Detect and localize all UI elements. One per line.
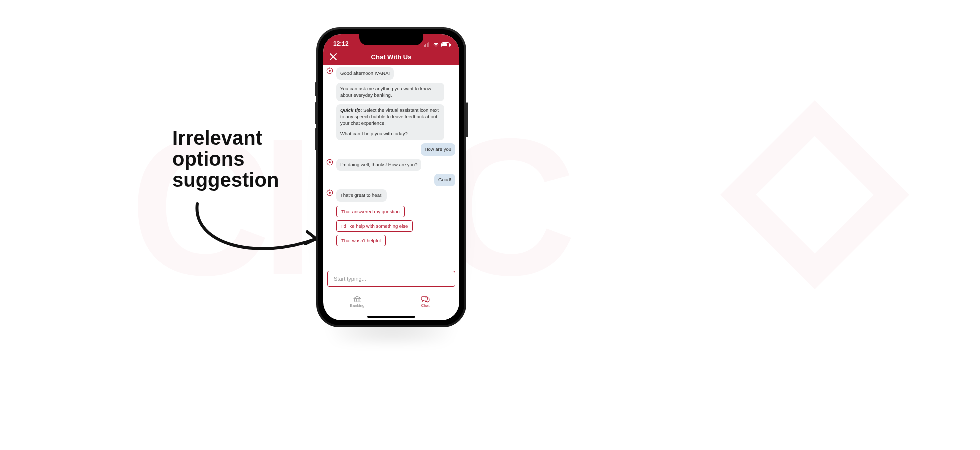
annotation-line1: Irrelevant xyxy=(172,128,279,148)
assistant-icon xyxy=(326,159,334,166)
tab-banking[interactable]: Banking xyxy=(324,290,392,314)
suggestion-chips: That answered my question I'd like help … xyxy=(336,206,456,246)
bottom-tabbar: Banking Chat xyxy=(324,290,460,314)
bot-message-row: Good afternoon IVANA! xyxy=(326,68,456,80)
quick-tip-label: Quick tip xyxy=(340,108,361,113)
home-indicator[interactable] xyxy=(324,314,460,320)
chat-icon xyxy=(421,296,430,303)
svg-rect-15 xyxy=(330,190,330,192)
phone-notch xyxy=(360,34,424,46)
annotation-label: Irrelevant options suggestion xyxy=(172,128,279,190)
bot-message-row: That's great to hear! xyxy=(326,190,456,202)
svg-rect-6 xyxy=(442,44,447,46)
svg-point-8 xyxy=(329,70,331,72)
suggestion-chip[interactable]: I'd like help with something else xyxy=(336,220,413,232)
bank-icon xyxy=(353,296,362,303)
close-button[interactable] xyxy=(330,53,338,61)
tab-label: Chat xyxy=(422,304,430,308)
annotation-line2: options xyxy=(172,148,279,170)
tab-label: Banking xyxy=(350,304,365,308)
phone-mockup: 12:12 Chat With Us xyxy=(316,28,466,328)
svg-point-14 xyxy=(329,192,331,194)
bot-bubble: You can ask me anything you want to know… xyxy=(336,83,444,102)
svg-rect-12 xyxy=(330,159,330,160)
chat-input-box[interactable] xyxy=(328,271,456,287)
tab-chat[interactable]: Chat xyxy=(392,290,460,314)
bot-avatar[interactable] xyxy=(326,190,334,196)
user-bubble: Good! xyxy=(434,174,456,186)
chat-input-area xyxy=(324,268,460,290)
bot-avatar[interactable] xyxy=(326,68,334,74)
cellular-icon xyxy=(424,42,431,48)
user-message-row: How are you xyxy=(326,144,456,156)
user-bubble: How are you xyxy=(421,144,456,156)
svg-rect-0 xyxy=(424,46,425,48)
app-header: Chat With Us xyxy=(324,48,460,66)
bot-message-row: I'm doing well, thanks! How are you? xyxy=(326,159,456,172)
chat-thread: Good afternoon IVANA! You can ask me any… xyxy=(324,66,460,268)
background-watermark-diamond xyxy=(710,90,920,300)
svg-point-11 xyxy=(329,162,331,164)
bot-bubble: Quick tip: Select the virtual assistant … xyxy=(336,104,444,140)
bot-bubble: I'm doing well, thanks! How are you? xyxy=(336,159,422,172)
assistant-icon xyxy=(326,190,334,196)
bot-message-row: Quick tip: Select the virtual assistant … xyxy=(326,104,456,140)
svg-rect-9 xyxy=(330,68,330,69)
status-time: 12:12 xyxy=(334,40,349,48)
assistant-icon xyxy=(326,68,334,74)
page-title: Chat With Us xyxy=(372,54,412,61)
suggestion-chip[interactable]: That wasn't helpful xyxy=(336,235,386,246)
wifi-icon xyxy=(433,42,440,48)
user-message-row: Good! xyxy=(326,174,456,186)
bot-bubble: Good afternoon IVANA! xyxy=(336,68,394,80)
bot-avatar[interactable] xyxy=(326,159,334,166)
phone-screen: 12:12 Chat With Us xyxy=(324,34,460,320)
annotation-line3: suggestion xyxy=(172,170,279,190)
bot-prompt: What can I help you with today? xyxy=(340,131,440,138)
bot-bubble: That's great to hear! xyxy=(336,190,387,202)
status-icons xyxy=(424,42,452,48)
svg-rect-5 xyxy=(450,44,452,46)
svg-rect-3 xyxy=(428,42,430,48)
bot-message-row: You can ask me anything you want to know… xyxy=(326,83,456,102)
battery-icon xyxy=(442,42,452,48)
svg-rect-2 xyxy=(427,44,428,48)
svg-rect-1 xyxy=(426,44,426,48)
close-icon xyxy=(330,53,338,61)
suggestion-chip[interactable]: That answered my question xyxy=(336,206,405,218)
chat-input[interactable] xyxy=(333,276,450,282)
annotation-arrow xyxy=(182,200,328,270)
